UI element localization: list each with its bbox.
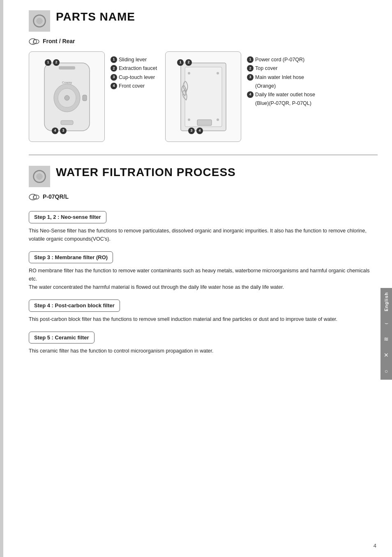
- leaf-icon-1: [29, 38, 39, 45]
- step-5-label: Step 5 : Ceramic filter: [29, 332, 95, 344]
- side-tab-language: English: [383, 292, 390, 311]
- svg-rect-14: [197, 120, 212, 125]
- parts-name-subsection: Front / Rear: [29, 37, 378, 46]
- side-icon-3: ✕: [384, 351, 389, 360]
- parts-name-header: PARTS NAME: [29, 8, 378, 34]
- front-num-3: 3: [60, 128, 67, 134]
- svg-point-17: [188, 118, 190, 121]
- front-part-2: 2 Extraction faucet: [111, 64, 157, 73]
- front-diagram-group: 1 2 4 3 Coway: [29, 51, 157, 142]
- rear-device-svg: [175, 59, 232, 135]
- front-num-2: 2: [53, 59, 60, 66]
- step-3-container: Step 3 : Membrane filter (RO) RO membran…: [29, 248, 378, 292]
- rear-part-2-num: 2: [247, 65, 254, 72]
- page-number: 4: [374, 542, 376, 550]
- svg-rect-11: [61, 121, 73, 125]
- step-3-label: Step 3 : Membrane filter (RO): [29, 251, 113, 264]
- step-4-label: Step 4 : Post-carbon block filter: [29, 299, 120, 312]
- rear-num-1: 1: [177, 59, 184, 66]
- svg-point-10: [65, 95, 69, 100]
- front-part-3: 3 Cup-touch lever: [111, 73, 157, 82]
- rear-diagram-group: 1 2 3 4: [165, 51, 321, 142]
- water-header: WATER FILTRATION PROCESS: [29, 164, 378, 189]
- rear-nums-bottom: 3 4: [188, 128, 203, 134]
- side-tab: English ⌣ ≋ ✕ ○: [380, 288, 392, 380]
- rear-part-3-label: Main water Inlet hose (Orange): [255, 73, 321, 91]
- front-num-4: 4: [52, 128, 58, 134]
- front-part-1-num: 1: [111, 56, 117, 63]
- svg-point-18: [217, 118, 219, 121]
- step-4-desc: This post-carbon block filter has the fu…: [29, 315, 378, 323]
- rear-num-2: 2: [185, 59, 192, 66]
- parts-name-section: PARTS NAME Front / Rear 1 2: [29, 8, 378, 142]
- water-subsection: P-07QR/L: [29, 193, 378, 201]
- rear-part-3-num: 3: [247, 74, 254, 81]
- front-nums-top: 1 2: [45, 59, 60, 66]
- rear-part-1-num: 1: [247, 56, 254, 63]
- diagrams-row: 1 2 4 3 Coway: [29, 51, 378, 142]
- front-parts-list: 1 Sliding lever 2 Extraction faucet 3 Cu…: [111, 56, 157, 91]
- step-5-desc: This ceramic filter has the function to …: [29, 347, 378, 355]
- parts-name-title: PARTS NAME: [56, 8, 135, 26]
- leaf-icon-2: [29, 193, 39, 201]
- front-part-2-label: Extraction faucet: [119, 64, 157, 73]
- water-icon: [32, 169, 47, 184]
- left-stripe: [0, 0, 3, 557]
- water-title: WATER FILTRATION PROCESS: [56, 164, 236, 181]
- front-part-3-num: 3: [111, 74, 117, 81]
- rear-num-4: 4: [196, 128, 203, 134]
- front-part-1-label: Sliding lever: [119, 56, 147, 64]
- step-1-label: Step 1, 2 : Neo-sense filter: [29, 211, 106, 223]
- parts-name-subsection-label: Front / Rear: [43, 37, 75, 46]
- water-filtration-section: WATER FILTRATION PROCESS P-07QR/L Step 1…: [29, 154, 378, 355]
- rear-num-3: 3: [188, 128, 195, 134]
- step-1-container: Step 1, 2 : Neo-sense filter This Neo-Se…: [29, 208, 378, 243]
- side-icon-2: ≋: [384, 335, 389, 343]
- step-1-desc: This Neo-Sense filter has the functions …: [29, 227, 378, 243]
- rear-part-1: 1 Power cord (P-07QR): [247, 56, 321, 64]
- rear-part-2-label: Top cover: [255, 64, 277, 73]
- side-icon-1: ⌣: [385, 319, 388, 327]
- front-nums-bottom: 4 3: [52, 128, 67, 134]
- front-num-1: 1: [45, 59, 51, 66]
- svg-rect-9: [83, 95, 87, 101]
- rear-part-4: 4 Daily life water outlet hose (Blue)(P-…: [247, 91, 321, 108]
- step-4-container: Step 4 : Post-carbon block filter This p…: [29, 296, 378, 323]
- front-part-1: 1 Sliding lever: [111, 56, 157, 64]
- water-icon-box: [29, 166, 50, 187]
- step-3-desc: RO membrane filter has the function to r…: [29, 267, 378, 291]
- rear-part-4-num: 4: [247, 91, 254, 98]
- front-part-4: 4 Front cover: [111, 82, 157, 91]
- rear-part-3: 3 Main water Inlet hose (Orange): [247, 73, 321, 91]
- rear-part-2: 2 Top cover: [247, 64, 321, 73]
- front-device-svg: Coway: [38, 59, 96, 135]
- water-subsection-label: P-07QR/L: [43, 193, 69, 201]
- svg-point-15: [188, 72, 190, 74]
- parts-name-icon-box: [29, 10, 50, 32]
- svg-rect-5: [59, 66, 75, 70]
- front-part-4-label: Front cover: [119, 82, 145, 91]
- rear-part-1-label: Power cord (P-07QR): [255, 56, 304, 64]
- svg-point-16: [217, 72, 219, 74]
- main-content: PARTS NAME Front / Rear 1 2: [29, 0, 378, 355]
- rear-device-box: 1 2 3 4: [165, 51, 241, 142]
- step-5-container: Step 5 : Ceramic filter This ceramic fil…: [29, 328, 378, 355]
- front-part-2-num: 2: [111, 65, 117, 72]
- parts-name-icon: [32, 14, 47, 28]
- front-device-box: 1 2 4 3 Coway: [29, 51, 105, 142]
- rear-part-4-label: Daily life water outlet hose (Blue)(P-07…: [255, 91, 321, 108]
- front-part-3-label: Cup-touch lever: [119, 73, 155, 82]
- rear-parts-list: 1 Power cord (P-07QR) 2 Top cover 3 Main…: [247, 56, 321, 108]
- svg-rect-13: [185, 67, 222, 127]
- front-part-4-num: 4: [111, 83, 117, 89]
- rear-nums-top: 1 2: [177, 59, 192, 66]
- side-icon-4: ○: [385, 367, 388, 376]
